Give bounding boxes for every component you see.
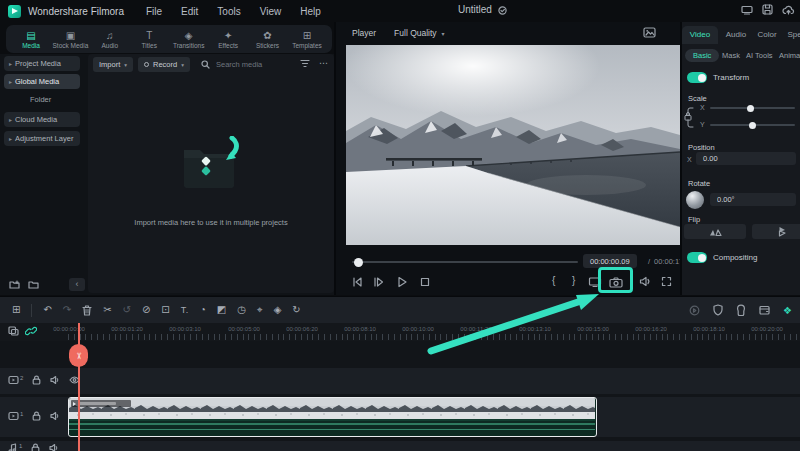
sidebar-item-cloud-media[interactable]: ▸ Cloud Media bbox=[4, 112, 80, 127]
playhead-line[interactable] bbox=[78, 323, 80, 451]
previous-frame-button[interactable] bbox=[351, 276, 363, 288]
keyframe-icon[interactable]: ◈ bbox=[274, 304, 282, 316]
tab-speed[interactable]: Speed bbox=[784, 26, 800, 44]
undo-icon[interactable]: ↶ bbox=[43, 304, 51, 316]
render-preview-icon[interactable]: ↻ bbox=[292, 304, 300, 316]
transform-toggle[interactable] bbox=[687, 72, 707, 83]
import-button[interactable]: Import ▾ bbox=[93, 57, 133, 72]
crop-icon[interactable]: ⊡ bbox=[161, 304, 169, 316]
subtab-mask[interactable]: Mask bbox=[722, 49, 740, 62]
seek-bar[interactable] bbox=[352, 261, 578, 263]
record-button[interactable]: Record ▾ bbox=[138, 57, 190, 72]
toolbox-icon[interactable]: ⊞ bbox=[12, 304, 20, 316]
tab-transitions[interactable]: ◈ Transitions bbox=[170, 30, 208, 49]
mark-in-button[interactable]: { bbox=[552, 275, 555, 286]
rotate-dial[interactable] bbox=[686, 191, 704, 209]
scale-y-slider[interactable] bbox=[710, 124, 795, 126]
menu-edit[interactable]: Edit bbox=[181, 6, 198, 17]
play-button[interactable] bbox=[396, 276, 408, 288]
tab-effects[interactable]: ✦ Effects bbox=[209, 30, 247, 49]
mute-icon[interactable] bbox=[49, 443, 59, 451]
position-x-input[interactable] bbox=[696, 152, 796, 165]
stopwatch-icon[interactable]: ◷ bbox=[237, 304, 246, 316]
rotate-input[interactable] bbox=[710, 193, 796, 206]
text-tool-icon[interactable]: T. bbox=[181, 304, 189, 316]
flip-horizontal-button[interactable] bbox=[684, 224, 746, 239]
export-folder-icon[interactable] bbox=[759, 305, 770, 315]
speed-icon[interactable]: ◔ bbox=[200, 304, 206, 316]
split-scissors-icon[interactable]: ✂ bbox=[103, 304, 111, 316]
motion-tracking-icon[interactable]: ⌖ bbox=[257, 304, 263, 316]
tab-titles[interactable]: T Titles bbox=[130, 30, 168, 49]
cloud-upload-icon[interactable] bbox=[782, 5, 795, 15]
tab-video[interactable]: Video bbox=[682, 26, 718, 44]
shield-icon[interactable] bbox=[713, 304, 723, 316]
tab-audio[interactable]: ♫ Audio bbox=[91, 30, 129, 49]
screen-recorder-icon[interactable] bbox=[741, 5, 753, 15]
tab-media[interactable]: ▤ Media bbox=[12, 30, 50, 49]
mute-icon[interactable] bbox=[50, 411, 60, 421]
mask-icon[interactable]: ⊘ bbox=[142, 304, 150, 316]
tab-stickers[interactable]: ✿ Stickers bbox=[249, 30, 287, 49]
lock-icon[interactable] bbox=[31, 443, 40, 451]
playhead-split-handle[interactable]: ✂ bbox=[69, 344, 88, 367]
collapse-sidebar-button[interactable]: ‹ bbox=[69, 278, 85, 291]
scale-y-slider-handle[interactable] bbox=[749, 122, 756, 129]
subtab-basic[interactable]: Basic bbox=[685, 49, 719, 62]
menu-file[interactable]: File bbox=[146, 6, 162, 17]
chroma-key-icon[interactable]: ◩ bbox=[217, 304, 226, 316]
folder-view-icon[interactable] bbox=[28, 280, 39, 289]
fullscreen-icon[interactable] bbox=[661, 276, 672, 287]
preview-window-icon[interactable] bbox=[643, 27, 656, 38]
tab-color[interactable]: Color bbox=[752, 26, 782, 44]
voice-mask-icon[interactable] bbox=[736, 304, 746, 316]
save-project-icon[interactable] bbox=[762, 4, 773, 15]
plugin-clover-icon[interactable]: ❖ bbox=[783, 305, 792, 316]
subtab-animation[interactable]: Animation bbox=[779, 49, 800, 62]
lock-icon[interactable] bbox=[32, 411, 41, 421]
redo-icon[interactable]: ↷ bbox=[63, 304, 71, 316]
tab-templates[interactable]: ⊞ Templates bbox=[288, 30, 326, 49]
next-frame-button[interactable] bbox=[373, 276, 385, 288]
sidebar-item-global-media[interactable]: ▸ Global Media bbox=[4, 74, 80, 89]
tab-audio[interactable]: Audio bbox=[720, 26, 752, 44]
mute-icon[interactable] bbox=[50, 375, 60, 385]
stickers-icon: ✿ bbox=[263, 30, 271, 41]
audio-track-1-lane[interactable] bbox=[0, 441, 800, 451]
delete-icon[interactable] bbox=[82, 305, 92, 316]
titles-icon: T bbox=[146, 30, 152, 41]
new-folder-icon[interactable] bbox=[9, 280, 20, 289]
search-input[interactable] bbox=[214, 59, 288, 70]
sidebar-item-folder[interactable]: Folder bbox=[30, 95, 51, 104]
timeline-ruler[interactable]: 00:00:00:00 00:00:01:20 00:00:03:10 00:0… bbox=[0, 323, 800, 341]
sidebar-item-project-media[interactable]: ▸ Project Media bbox=[4, 56, 80, 71]
trim-icon[interactable]: ↺ bbox=[123, 304, 131, 316]
menu-help[interactable]: Help bbox=[300, 6, 321, 17]
menu-tools[interactable]: Tools bbox=[217, 6, 240, 17]
subtab-ai-tools[interactable]: AI Tools bbox=[746, 49, 773, 62]
flip-vertical-button[interactable] bbox=[752, 224, 800, 239]
preview-circle-icon[interactable] bbox=[689, 305, 700, 316]
manage-tracks-icon[interactable] bbox=[8, 326, 19, 336]
video-preview[interactable] bbox=[346, 45, 680, 245]
menu-view[interactable]: View bbox=[260, 6, 282, 17]
import-folder-illustration[interactable] bbox=[176, 136, 246, 192]
project-status-icon[interactable] bbox=[498, 6, 507, 15]
scale-x-slider[interactable] bbox=[710, 107, 795, 109]
video-track-2-lane[interactable] bbox=[0, 368, 800, 394]
scale-lock-icon[interactable] bbox=[684, 106, 695, 129]
volume-icon[interactable] bbox=[639, 276, 651, 287]
scale-x-slider-handle[interactable] bbox=[747, 105, 754, 112]
seek-handle[interactable] bbox=[354, 258, 363, 267]
snap-link-icon[interactable] bbox=[25, 326, 37, 336]
tab-stock-media[interactable]: ▣ Stock Media bbox=[51, 30, 89, 49]
compositing-toggle[interactable] bbox=[687, 252, 707, 263]
filter-icon[interactable] bbox=[300, 59, 310, 68]
sidebar-item-adjustment-layer[interactable]: ▸ Adjustment Layer bbox=[4, 131, 80, 146]
stop-button[interactable] bbox=[419, 276, 431, 288]
lock-icon[interactable] bbox=[32, 375, 41, 385]
more-options-icon[interactable]: ⋯ bbox=[319, 58, 328, 68]
timeline-clip[interactable] bbox=[68, 397, 597, 437]
mark-out-button[interactable]: } bbox=[572, 275, 575, 286]
playback-quality-dropdown[interactable]: Full Quality ▾ bbox=[394, 28, 445, 38]
